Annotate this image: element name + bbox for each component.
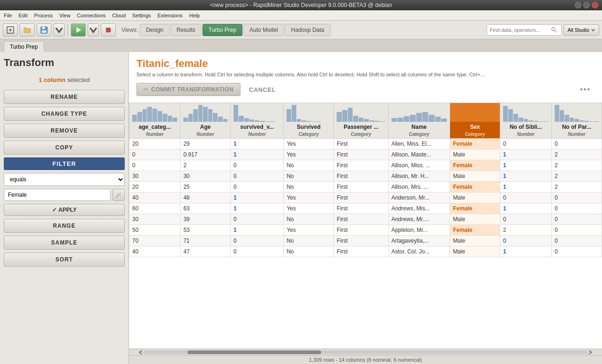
bar — [271, 121, 275, 122]
menu-view[interactable]: View — [57, 12, 72, 19]
menu-connections[interactable]: Connections — [75, 12, 107, 19]
table-cell: First — [334, 193, 388, 203]
col-type-label: Number — [129, 131, 180, 138]
minimize-btn[interactable] — [575, 2, 581, 8]
window-controls — [575, 2, 598, 8]
bar — [564, 115, 569, 122]
menu-extensions[interactable]: Extensions — [156, 12, 185, 19]
turbo-prep-tab[interactable]: Turbo Prep — [4, 41, 44, 52]
col-header-siblings[interactable]: No of Sibli... Number — [500, 103, 552, 139]
table-cell: First — [334, 203, 388, 214]
copy-button[interactable]: COPY — [4, 141, 125, 155]
table-cell: Female — [450, 160, 500, 171]
table-cell: First — [334, 171, 388, 182]
table-cell: 1 — [231, 203, 284, 214]
tab-results[interactable]: Results — [171, 24, 202, 36]
close-btn[interactable] — [592, 2, 598, 8]
scroll-track[interactable] — [143, 350, 588, 354]
rename-button[interactable]: RENAME — [4, 90, 125, 104]
scroll-left-icon[interactable] — [138, 350, 143, 355]
apply-button[interactable]: ✓ APPLY — [4, 204, 125, 216]
bar — [147, 107, 152, 122]
table-cell: First — [334, 225, 388, 236]
col-type-label: Number — [500, 131, 551, 138]
col-header-parents[interactable]: No of Par... Number — [552, 103, 602, 139]
commit-button[interactable]: ✂ COMMIT TRANSFORMATION — [136, 83, 241, 96]
col-header-survived[interactable]: Survived Category — [284, 103, 334, 139]
change-type-button[interactable]: CHANGE TYPE — [4, 107, 125, 121]
table-cell: 30 — [129, 171, 181, 182]
table-cell: 70 — [129, 236, 181, 246]
content-area: Transform 1 column selected RENAME CHANG… — [0, 52, 602, 364]
bar — [239, 116, 243, 122]
save-button[interactable] — [37, 23, 52, 37]
table-cell: 0 — [552, 225, 602, 236]
menu-edit[interactable]: Edit — [17, 12, 30, 19]
col-header-age[interactable]: Age Number — [181, 103, 231, 139]
dataset-info: Select a column to transform. Hold Ctrl … — [136, 72, 594, 77]
scroll-right-icon[interactable] — [588, 350, 593, 355]
tab-turbo-prep[interactable]: Turbo Prep — [203, 24, 243, 36]
col-header-name[interactable]: Name Category — [388, 103, 450, 139]
col-header-passenger[interactable]: Passenger ... Category — [334, 103, 388, 139]
menu-process[interactable]: Process — [32, 12, 55, 19]
menu-file[interactable]: File — [2, 12, 14, 19]
bar — [539, 121, 543, 122]
table-cell: 1 — [231, 193, 284, 203]
more-options-button[interactable]: ••• — [576, 83, 594, 96]
col-header-label: Sex — [450, 122, 500, 131]
new-icon — [6, 26, 15, 34]
col-header-label: No of Sibli... — [500, 122, 551, 131]
maximize-btn[interactable] — [583, 2, 590, 8]
table-cell: First — [334, 236, 388, 246]
stop-button[interactable] — [101, 23, 116, 37]
open-button[interactable] — [20, 23, 35, 37]
filter-operator[interactable]: equals contains starts with — [4, 173, 125, 186]
table-cell: Allen, Miss. El... — [388, 139, 450, 149]
table-cell: 48 — [181, 193, 231, 203]
svg-marker-11 — [120, 193, 121, 195]
table-cell: 1 — [500, 160, 552, 171]
table-cell: 0 — [552, 214, 602, 225]
col-header-label: No of Par... — [552, 122, 602, 131]
new-button[interactable] — [3, 23, 18, 37]
horizontal-scrollbar[interactable] — [129, 349, 602, 355]
remove-button[interactable]: REMOVE — [4, 124, 125, 138]
search-input[interactable] — [490, 27, 551, 33]
run-dropdown[interactable] — [88, 23, 99, 37]
table-cell: Female — [450, 182, 500, 193]
tab-auto-model[interactable]: Auto Model — [243, 24, 284, 36]
range-button[interactable]: RANGE — [4, 219, 125, 233]
sort-button[interactable]: SORT — [4, 253, 125, 267]
svg-line-10 — [116, 194, 120, 197]
col-header-age-categ[interactable]: age_categ... Number — [129, 103, 181, 139]
bar — [528, 120, 533, 122]
bar — [410, 115, 415, 122]
col-chart-5 — [389, 103, 450, 122]
run-button[interactable] — [71, 23, 86, 37]
filter-magic-button[interactable] — [113, 189, 125, 201]
table-cell: 0 — [552, 246, 602, 257]
bar — [188, 114, 193, 122]
tab-hadoop-data[interactable]: Hadoop Data — [285, 24, 331, 36]
stop-icon — [104, 26, 113, 34]
cancel-button[interactable]: CANCEL — [245, 83, 279, 96]
scroll-thumb[interactable] — [188, 350, 321, 354]
tab-design[interactable]: Design — [140, 24, 169, 36]
table-row: 20291YesFirstAllen, Miss. El...Female00 — [129, 139, 602, 149]
bar — [391, 118, 397, 122]
studio-dropdown[interactable]: All Studio — [564, 24, 599, 36]
search-box[interactable] — [487, 24, 562, 36]
col-header-sex[interactable]: Sex Category — [450, 103, 500, 139]
menu-cloud[interactable]: Cloud — [110, 12, 128, 19]
filter-value-input[interactable] — [4, 189, 111, 201]
search-icon — [551, 27, 557, 33]
save-dropdown[interactable] — [53, 23, 65, 37]
col-header-survived-v[interactable]: survived_v... Number — [231, 103, 284, 139]
filter-section[interactable]: FILTER — [4, 157, 125, 170]
menu-help[interactable]: Help — [188, 12, 202, 19]
bar — [589, 121, 594, 122]
sample-button[interactable]: SAMPLE — [4, 236, 125, 250]
data-table-wrapper[interactable]: age_categ... Number — [129, 103, 602, 349]
menu-settings[interactable]: Settings — [130, 12, 153, 19]
